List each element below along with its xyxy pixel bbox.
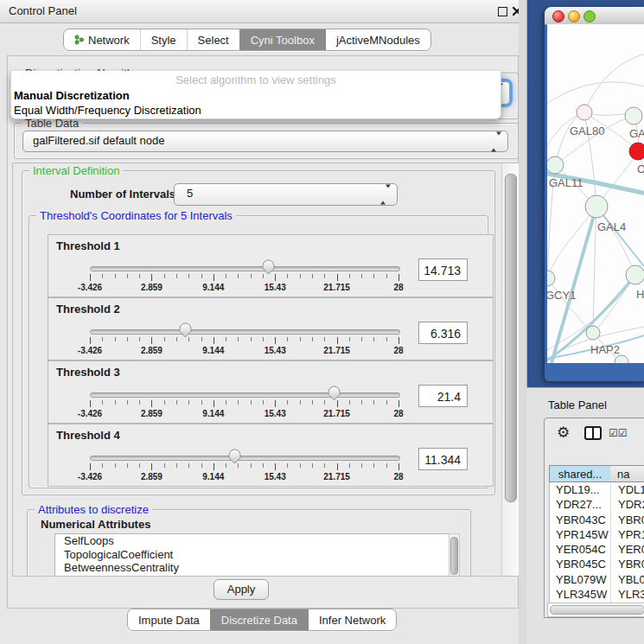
slider-tick-label: 21.715 bbox=[323, 409, 350, 418]
cell-shared-name[interactable]: YPR145W bbox=[550, 527, 611, 542]
top-tabs: NetworkStyleSelectCyni ToolboxjActiveMNo… bbox=[63, 29, 431, 51]
threshold-2-slider[interactable]: -3.4262.8599.14415.4321.71528 bbox=[90, 321, 399, 359]
zoom-traffic-light-icon[interactable] bbox=[583, 10, 596, 22]
tab-style[interactable]: Style bbox=[140, 29, 187, 50]
threshold-label: Threshold 1 bbox=[56, 239, 120, 252]
table-row[interactable]: YDL19...YDL1 bbox=[550, 482, 644, 497]
num-intervals-label: Number of Intervals bbox=[70, 188, 175, 201]
threshold-4-slider[interactable]: -3.4262.8599.14415.4321.71528 bbox=[90, 447, 399, 485]
table-row[interactable]: YER054CYER0 bbox=[550, 542, 644, 557]
settings-scrollbar-thumb[interactable] bbox=[505, 174, 517, 502]
columns-icon[interactable] bbox=[584, 426, 602, 440]
network-node[interactable] bbox=[585, 195, 608, 218]
column-header-name[interactable]: na bbox=[610, 465, 644, 482]
network-canvas[interactable]: GAL80GACGAL11GAL4GCY1HHAP2 bbox=[547, 24, 644, 363]
tab-cyni-toolbox[interactable]: Cyni Toolbox bbox=[239, 29, 325, 50]
gear-icon[interactable]: ⚙ bbox=[557, 424, 570, 442]
cell-name[interactable]: YDL1 bbox=[612, 482, 644, 497]
slider-tick-labels: -3.4262.8599.14415.4321.71528 bbox=[90, 409, 399, 419]
tab-infer-network[interactable]: Infer Network bbox=[308, 609, 396, 630]
cell-name[interactable]: YDR2 bbox=[612, 497, 644, 512]
algorithm-dropdown-popup: Select algorithm to view settings Manual… bbox=[10, 71, 501, 119]
num-intervals-combobox[interactable]: 5 bbox=[174, 183, 398, 206]
threshold-value-field[interactable]: 21.4 bbox=[418, 385, 468, 407]
slider-thumb[interactable] bbox=[262, 259, 275, 275]
threshold-label: Threshold 4 bbox=[56, 429, 120, 442]
cell-shared-name[interactable]: YER054C bbox=[550, 542, 611, 557]
network-node[interactable] bbox=[547, 271, 555, 286]
tab-select[interactable]: Select bbox=[187, 29, 239, 50]
threshold-value-field[interactable]: 14.713 bbox=[418, 258, 468, 281]
table-data-combobox[interactable]: galFiltered.sif default node bbox=[22, 131, 508, 152]
table-horizontal-scrollbar[interactable] bbox=[547, 603, 644, 617]
network-window-titlebar[interactable] bbox=[545, 7, 644, 25]
popup-placeholder-item[interactable]: Select algorithm to view settings bbox=[11, 73, 501, 86]
slider-tick-label: -3.426 bbox=[78, 346, 102, 355]
threshold-value-field[interactable]: 11.344 bbox=[418, 448, 468, 470]
select-checkboxes-icon[interactable]: ☑☑ bbox=[609, 427, 628, 439]
cell-shared-name[interactable]: YBR043C bbox=[550, 513, 611, 527]
float-window-icon[interactable] bbox=[498, 7, 507, 16]
threshold-1-slider[interactable]: -3.4262.8599.14415.4321.71528 bbox=[90, 258, 399, 296]
network-node[interactable] bbox=[625, 107, 642, 124]
popup-option-manual-discretization[interactable]: Manual Discretization bbox=[14, 89, 130, 102]
table-row[interactable]: YDR27...YDR2 bbox=[550, 497, 644, 512]
cell-shared-name[interactable]: YBL079W bbox=[550, 572, 611, 587]
minimize-traffic-light-icon[interactable] bbox=[568, 10, 580, 22]
slider-track[interactable] bbox=[90, 329, 400, 335]
slider-thumb[interactable] bbox=[328, 386, 341, 401]
slider-thumb[interactable] bbox=[228, 449, 241, 464]
cell-name[interactable]: YLR3 bbox=[612, 587, 644, 602]
tab-jactivemnodules[interactable]: jActiveMNodules bbox=[325, 29, 430, 50]
attributes-list-scrollbar[interactable] bbox=[449, 533, 460, 577]
cell-name[interactable]: YBR0 bbox=[612, 513, 644, 527]
threshold-label: Threshold 3 bbox=[56, 366, 120, 379]
slider-track[interactable] bbox=[90, 266, 400, 271]
control-panel-titlebar[interactable]: Control Panel bbox=[0, 0, 526, 23]
settings-scrollbar[interactable] bbox=[501, 163, 520, 576]
cell-shared-name[interactable]: YLR345W bbox=[550, 587, 611, 602]
table-row[interactable]: YPR145WYPR1 bbox=[550, 527, 644, 542]
network-node[interactable] bbox=[547, 156, 564, 174]
attribute-item[interactable]: SelfLoops bbox=[55, 534, 449, 548]
cell-shared-name[interactable]: YDR27... bbox=[550, 497, 611, 512]
table-row[interactable]: YBR045CYBR0 bbox=[550, 557, 644, 571]
slider-thumb[interactable] bbox=[179, 322, 192, 338]
table-row[interactable]: YBR043CYBR0 bbox=[550, 513, 644, 527]
popup-option-equal-width-frequency[interactable]: Equal Width/Frequency Discretization bbox=[14, 104, 201, 117]
network-node[interactable] bbox=[615, 355, 628, 363]
cell-name[interactable]: YBL0 bbox=[612, 572, 644, 587]
threshold-3-slider[interactable]: -3.4262.8599.14415.4321.71528 bbox=[90, 384, 399, 422]
attribute-item[interactable]: TopologicalCoefficient bbox=[55, 548, 449, 562]
attribute-item[interactable]: BetweennessCentrality bbox=[55, 561, 449, 575]
tab-label: Impute Data bbox=[138, 614, 200, 627]
slider-track[interactable] bbox=[90, 392, 400, 398]
tab-label: Style bbox=[151, 34, 176, 47]
tab-discretize-data[interactable]: Discretize Data bbox=[210, 609, 308, 630]
slider-track[interactable] bbox=[90, 456, 400, 461]
threshold-label: Threshold 2 bbox=[56, 303, 120, 316]
cell-name[interactable]: YER0 bbox=[612, 542, 644, 557]
tab-label: jActiveMNodules bbox=[336, 34, 420, 47]
network-node[interactable] bbox=[586, 326, 600, 340]
threshold-value-field[interactable]: 6.316 bbox=[418, 322, 468, 344]
settings-scrollpane: Interval Definition Number of Intervals … bbox=[12, 163, 520, 577]
cell-shared-name[interactable]: YBR045C bbox=[550, 557, 611, 571]
slider-tick-label: 9.144 bbox=[202, 472, 224, 481]
scrollbar-thumb[interactable] bbox=[550, 605, 644, 615]
tab-impute-data[interactable]: Impute Data bbox=[128, 609, 210, 630]
tab-network[interactable]: Network bbox=[64, 29, 140, 50]
table-row[interactable]: YLR345WYLR3 bbox=[550, 587, 644, 602]
numerical-attributes-list[interactable]: SelfLoopsTopologicalCoefficientBetweenne… bbox=[54, 533, 450, 577]
cell-name[interactable]: YBR0 bbox=[612, 557, 644, 571]
close-traffic-light-icon[interactable] bbox=[552, 10, 564, 22]
apply-button[interactable]: Apply bbox=[214, 579, 269, 600]
network-node[interactable] bbox=[629, 143, 644, 160]
table-row[interactable]: YBL079WYBL0 bbox=[550, 572, 644, 587]
network-node[interactable] bbox=[626, 265, 644, 284]
cell-name[interactable]: YPR1 bbox=[612, 527, 644, 542]
cell-shared-name[interactable]: YDL19... bbox=[550, 482, 611, 497]
column-header-shared-name[interactable]: shared... bbox=[549, 465, 611, 482]
network-node[interactable] bbox=[577, 105, 592, 120]
control-panel: Control Panel NetworkStyleSelectCyni Too… bbox=[0, 0, 526, 644]
